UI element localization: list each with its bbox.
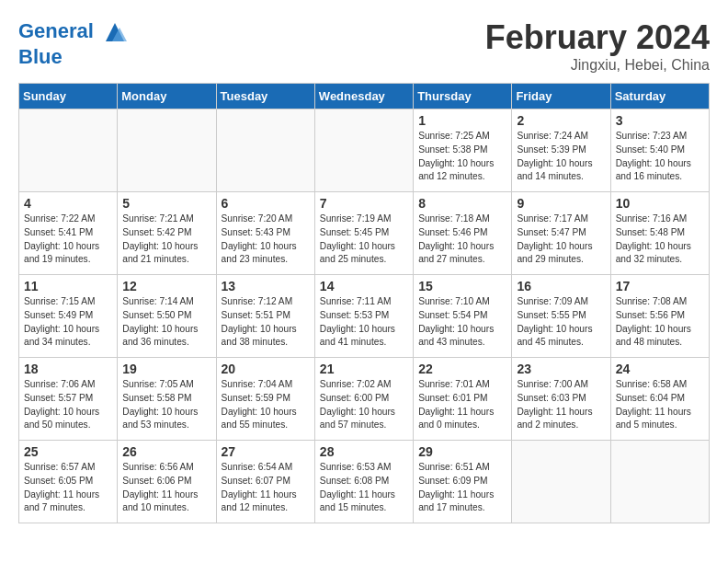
calendar-day-cell: 17Sunrise: 7:08 AM Sunset: 5:56 PM Dayli… (610, 275, 709, 358)
day-number: 26 (122, 444, 210, 459)
day-info: Sunrise: 7:04 AM Sunset: 5:59 PM Dayligh… (222, 378, 310, 432)
day-info: Sunrise: 7:02 AM Sunset: 6:00 PM Dayligh… (320, 378, 408, 432)
calendar-day-cell (19, 109, 118, 192)
weekday-header: Thursday (414, 84, 512, 109)
calendar-day-cell: 7Sunrise: 7:19 AM Sunset: 5:45 PM Daylig… (314, 192, 413, 275)
day-number: 22 (418, 362, 506, 376)
weekday-header: Sunday (19, 84, 118, 109)
calendar-day-cell: 2Sunrise: 7:24 AM Sunset: 5:39 PM Daylig… (512, 109, 610, 192)
calendar-day-cell: 19Sunrise: 7:05 AM Sunset: 5:58 PM Dayli… (118, 358, 216, 441)
calendar-day-cell (216, 109, 314, 192)
page-header: General Blue February 2024 Jingxiu, Hebe… (18, 18, 710, 74)
day-number: 20 (222, 362, 310, 376)
day-number: 27 (222, 444, 310, 459)
day-info: Sunrise: 7:06 AM Sunset: 5:57 PM Dayligh… (24, 378, 112, 432)
weekday-header: Monday (118, 84, 216, 109)
day-number: 8 (418, 196, 506, 211)
logo-text: General Blue (18, 18, 129, 68)
calendar-day-cell: 28Sunrise: 6:53 AM Sunset: 6:08 PM Dayli… (314, 441, 413, 523)
day-number: 6 (222, 196, 310, 211)
day-info: Sunrise: 7:15 AM Sunset: 5:49 PM Dayligh… (24, 295, 112, 350)
title-area: February 2024 Jingxiu, Hebei, China (485, 18, 710, 74)
day-info: Sunrise: 7:20 AM Sunset: 5:43 PM Dayligh… (222, 213, 310, 267)
day-number: 2 (517, 113, 605, 128)
day-info: Sunrise: 7:08 AM Sunset: 5:56 PM Dayligh… (616, 295, 704, 350)
day-info: Sunrise: 7:17 AM Sunset: 5:47 PM Dayligh… (517, 213, 605, 267)
day-number: 29 (418, 444, 506, 459)
calendar-day-cell: 22Sunrise: 7:01 AM Sunset: 6:01 PM Dayli… (414, 358, 512, 441)
day-info: Sunrise: 7:25 AM Sunset: 5:38 PM Dayligh… (418, 130, 506, 184)
day-number: 4 (24, 196, 112, 211)
day-info: Sunrise: 7:12 AM Sunset: 5:51 PM Dayligh… (222, 295, 310, 350)
calendar-day-cell: 24Sunrise: 6:58 AM Sunset: 6:04 PM Dayli… (610, 358, 709, 441)
day-number: 5 (122, 196, 210, 211)
day-info: Sunrise: 7:11 AM Sunset: 5:53 PM Dayligh… (320, 295, 408, 350)
calendar-day-cell: 9Sunrise: 7:17 AM Sunset: 5:47 PM Daylig… (512, 192, 610, 275)
weekday-header: Friday (512, 84, 610, 109)
day-number: 10 (616, 196, 704, 211)
day-info: Sunrise: 7:24 AM Sunset: 5:39 PM Dayligh… (517, 130, 605, 184)
calendar-day-cell: 8Sunrise: 7:18 AM Sunset: 5:46 PM Daylig… (414, 192, 512, 275)
calendar-week-row: 18Sunrise: 7:06 AM Sunset: 5:57 PM Dayli… (19, 358, 710, 441)
day-number: 25 (24, 444, 112, 459)
day-info: Sunrise: 7:00 AM Sunset: 6:03 PM Dayligh… (517, 378, 605, 432)
calendar-day-cell: 26Sunrise: 6:56 AM Sunset: 6:06 PM Dayli… (118, 441, 216, 523)
day-number: 12 (122, 279, 210, 293)
calendar-day-cell: 11Sunrise: 7:15 AM Sunset: 5:49 PM Dayli… (19, 275, 118, 358)
day-number: 17 (616, 279, 704, 293)
calendar-week-row: 11Sunrise: 7:15 AM Sunset: 5:49 PM Dayli… (19, 275, 710, 358)
calendar-day-cell: 3Sunrise: 7:23 AM Sunset: 5:40 PM Daylig… (610, 109, 709, 192)
logo-general: General (18, 19, 94, 42)
calendar-day-cell (314, 109, 413, 192)
calendar-day-cell: 29Sunrise: 6:51 AM Sunset: 6:09 PM Dayli… (414, 441, 512, 523)
calendar-day-cell (512, 441, 610, 523)
calendar-day-cell: 6Sunrise: 7:20 AM Sunset: 5:43 PM Daylig… (216, 192, 314, 275)
day-number: 21 (320, 362, 408, 376)
day-number: 28 (320, 444, 408, 459)
logo: General Blue (18, 18, 129, 68)
calendar-week-row: 25Sunrise: 6:57 AM Sunset: 6:05 PM Dayli… (19, 441, 710, 523)
day-info: Sunrise: 7:01 AM Sunset: 6:01 PM Dayligh… (418, 378, 506, 432)
day-number: 3 (616, 113, 704, 128)
day-info: Sunrise: 7:19 AM Sunset: 5:45 PM Dayligh… (320, 213, 408, 267)
calendar-day-cell: 20Sunrise: 7:04 AM Sunset: 5:59 PM Dayli… (216, 358, 314, 441)
calendar-day-cell: 23Sunrise: 7:00 AM Sunset: 6:03 PM Dayli… (512, 358, 610, 441)
day-number: 7 (320, 196, 408, 211)
calendar-week-row: 1Sunrise: 7:25 AM Sunset: 5:38 PM Daylig… (19, 109, 710, 192)
day-info: Sunrise: 7:23 AM Sunset: 5:40 PM Dayligh… (616, 130, 704, 184)
calendar-week-row: 4Sunrise: 7:22 AM Sunset: 5:41 PM Daylig… (19, 192, 710, 275)
calendar-day-cell: 27Sunrise: 6:54 AM Sunset: 6:07 PM Dayli… (216, 441, 314, 523)
calendar-day-cell (610, 441, 709, 523)
calendar-table: SundayMondayTuesdayWednesdayThursdayFrid… (18, 83, 710, 523)
day-info: Sunrise: 7:09 AM Sunset: 5:55 PM Dayligh… (517, 295, 605, 350)
day-number: 1 (418, 113, 506, 128)
day-info: Sunrise: 7:21 AM Sunset: 5:42 PM Dayligh… (122, 213, 210, 267)
calendar-day-cell: 5Sunrise: 7:21 AM Sunset: 5:42 PM Daylig… (118, 192, 216, 275)
calendar-day-cell: 10Sunrise: 7:16 AM Sunset: 5:48 PM Dayli… (610, 192, 709, 275)
weekday-header: Wednesday (314, 84, 413, 109)
day-number: 18 (24, 362, 112, 376)
calendar-day-cell: 16Sunrise: 7:09 AM Sunset: 5:55 PM Dayli… (512, 275, 610, 358)
day-info: Sunrise: 6:58 AM Sunset: 6:04 PM Dayligh… (616, 378, 704, 432)
day-info: Sunrise: 7:16 AM Sunset: 5:48 PM Dayligh… (616, 213, 704, 267)
day-number: 14 (320, 279, 408, 293)
calendar-day-cell: 25Sunrise: 6:57 AM Sunset: 6:05 PM Dayli… (19, 441, 118, 523)
location: Jingxiu, Hebei, China (485, 57, 710, 74)
calendar-day-cell: 18Sunrise: 7:06 AM Sunset: 5:57 PM Dayli… (19, 358, 118, 441)
day-info: Sunrise: 7:14 AM Sunset: 5:50 PM Dayligh… (122, 295, 210, 350)
day-number: 19 (122, 362, 210, 376)
day-info: Sunrise: 6:51 AM Sunset: 6:09 PM Dayligh… (418, 461, 506, 515)
month-title: February 2024 (485, 18, 710, 57)
calendar-day-cell: 15Sunrise: 7:10 AM Sunset: 5:54 PM Dayli… (414, 275, 512, 358)
day-info: Sunrise: 6:57 AM Sunset: 6:05 PM Dayligh… (24, 461, 112, 515)
logo-icon (101, 18, 129, 46)
calendar-day-cell: 13Sunrise: 7:12 AM Sunset: 5:51 PM Dayli… (216, 275, 314, 358)
calendar-day-cell: 14Sunrise: 7:11 AM Sunset: 5:53 PM Dayli… (314, 275, 413, 358)
day-info: Sunrise: 6:56 AM Sunset: 6:06 PM Dayligh… (122, 461, 210, 515)
day-number: 13 (222, 279, 310, 293)
calendar-day-cell (118, 109, 216, 192)
day-number: 16 (517, 279, 605, 293)
day-number: 23 (517, 362, 605, 376)
day-info: Sunrise: 6:54 AM Sunset: 6:07 PM Dayligh… (222, 461, 310, 515)
day-number: 15 (418, 279, 506, 293)
